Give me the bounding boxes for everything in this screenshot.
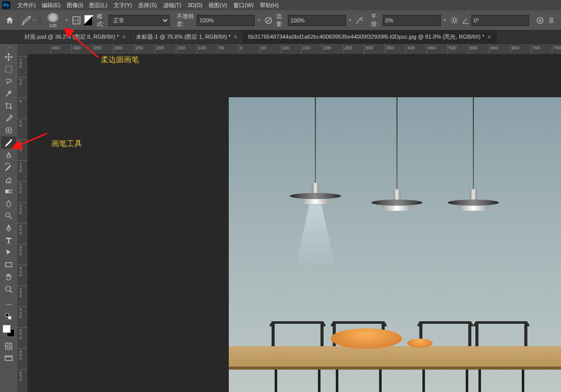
smoothing-label: 平滑: [371, 13, 381, 28]
vertical-ruler[interactable]: 1005005010015020025030035040045050055060… [17, 54, 28, 392]
table-graphic [229, 346, 561, 370]
zoom-tool[interactable] [1, 283, 16, 295]
menu-help[interactable]: 帮助(H) [257, 2, 282, 9]
svg-rect-7 [6, 190, 12, 193]
toolbox: ›› [0, 44, 17, 392]
brush-tool[interactable] [1, 136, 16, 149]
gradient-tool[interactable] [1, 185, 16, 198]
pen-tool[interactable] [1, 222, 16, 234]
toolbox-expand-icon[interactable]: ›› [1, 46, 16, 51]
screen-mode-icon[interactable] [1, 352, 16, 365]
red-arrow-icon [65, 30, 101, 61]
svg-point-13 [8, 304, 9, 305]
menu-file[interactable]: 文件(F) [14, 2, 39, 9]
menu-edit[interactable]: 编辑(E) [39, 2, 64, 9]
svg-point-4 [539, 19, 541, 21]
pressure-size-icon[interactable] [536, 14, 545, 26]
smoothing-input[interactable] [383, 15, 441, 26]
separator [18, 13, 18, 27]
menu-view[interactable]: 视图(V) [205, 2, 230, 9]
symmetry-icon[interactable] [547, 14, 556, 26]
menu-3d[interactable]: 3D(D) [184, 2, 205, 8]
workspace: ›› 450400350300250200 [0, 44, 561, 392]
svg-point-9 [6, 213, 10, 217]
quickmask-icon[interactable] [1, 340, 16, 352]
move-tool[interactable] [1, 51, 16, 63]
menu-window[interactable]: 窗口(W) [230, 2, 257, 9]
home-icon[interactable] [4, 13, 15, 27]
magic-wand-tool[interactable] [1, 88, 16, 100]
options-bar: 125 ▼ 模式: 正常 不透明度: ▼ 流量: ▼ 平滑: ▼ [0, 10, 561, 31]
opacity-label: 不透明度: [177, 13, 195, 28]
brush-panel-toggle-icon[interactable] [72, 14, 81, 26]
close-icon[interactable]: × [488, 34, 491, 41]
canvas-area: 4504003503002502001501005005010015020025… [17, 44, 561, 392]
svg-point-3 [537, 17, 543, 23]
rectangle-tool[interactable] [1, 259, 16, 271]
healing-brush-tool[interactable] [1, 124, 16, 136]
tool-preset-picker[interactable] [21, 13, 37, 27]
brush-preset-picker[interactable]: 125 [45, 13, 61, 28]
pressure-opacity-icon[interactable] [264, 14, 273, 26]
light-cone-graphic [295, 204, 336, 270]
horizontal-ruler[interactable]: 4504003503002502001501005005010015020025… [28, 44, 561, 54]
lasso-tool[interactable] [1, 75, 16, 88]
angle-icon [461, 14, 470, 26]
blur-tool[interactable] [1, 198, 16, 210]
flow-input[interactable] [288, 15, 346, 26]
airbrush-icon[interactable] [355, 14, 364, 26]
svg-point-18 [7, 345, 10, 348]
document-tab[interactable]: 6b31765497344a0bd1a62bc400699535e44009f3… [243, 31, 497, 43]
annotation-brush-preset: 柔边圆画笔 [101, 55, 139, 65]
opacity-input[interactable] [197, 15, 255, 26]
svg-rect-10 [6, 263, 12, 267]
tab-label: 6b31765497344a0bd1a62bc400699535e44009f3… [248, 33, 485, 41]
smoothing-gear-icon[interactable] [450, 14, 459, 26]
document-tab[interactable]: 未标题-1 @ 75.8% (图层 1, RGB/8#) *× [131, 31, 243, 43]
bowl-graphic [407, 339, 433, 348]
close-icon[interactable]: × [234, 34, 237, 41]
svg-rect-16 [8, 316, 11, 319]
close-icon[interactable]: × [122, 34, 125, 41]
color-mode-swatch[interactable] [84, 15, 93, 26]
foreground-color-swatch[interactable] [3, 325, 11, 333]
chevron-down-icon[interactable]: ▼ [348, 18, 352, 22]
menu-layer[interactable]: 图层(L) [86, 2, 110, 9]
svg-rect-19 [5, 356, 12, 360]
clone-stamp-tool[interactable] [1, 149, 16, 161]
chevron-down-icon[interactable]: ▼ [65, 18, 69, 22]
menu-bar: Ps 文件(F) 编辑(E) 图像(I) 图层(L) 文字(Y) 选择(S) 滤… [0, 0, 561, 10]
annotation-brush-tool: 画笔工具 [51, 139, 82, 149]
menu-filter[interactable]: 滤镜(T) [160, 2, 184, 9]
canvas-viewport[interactable] [28, 54, 561, 392]
hand-tool[interactable] [1, 271, 16, 283]
blend-mode-select[interactable]: 正常 [109, 15, 170, 26]
dodge-tool[interactable] [1, 210, 16, 222]
ps-logo-icon: Ps [2, 1, 10, 9]
angle-input[interactable] [471, 15, 529, 26]
svg-point-2 [453, 19, 456, 22]
color-swatches[interactable] [3, 325, 15, 337]
svg-point-11 [6, 286, 11, 291]
menu-select[interactable]: 选择(S) [135, 2, 160, 9]
rect-marquee-tool[interactable] [1, 63, 16, 75]
red-arrow-icon [15, 131, 51, 151]
chevron-down-icon[interactable]: ▼ [443, 18, 447, 22]
separator [40, 13, 40, 27]
foreground-background-default-icon[interactable] [1, 311, 16, 323]
svg-point-12 [6, 304, 7, 305]
svg-point-14 [10, 304, 11, 305]
svg-rect-17 [6, 343, 12, 349]
menu-image[interactable]: 图像(I) [64, 2, 86, 9]
path-select-tool[interactable] [1, 246, 16, 259]
type-tool[interactable] [1, 234, 16, 246]
menu-type[interactable]: 文字(Y) [111, 2, 136, 9]
history-brush-tool[interactable] [1, 161, 16, 173]
crop-tool[interactable] [1, 100, 16, 112]
edit-toolbar-icon[interactable] [1, 298, 16, 311]
eyedropper-tool[interactable] [1, 112, 16, 124]
tab-label: 未标题-1 @ 75.8% (图层 1, RGB/8#) * [136, 33, 230, 41]
eraser-tool[interactable] [1, 173, 16, 185]
ruler-corner [17, 44, 28, 54]
chevron-down-icon[interactable]: ▼ [257, 18, 261, 22]
